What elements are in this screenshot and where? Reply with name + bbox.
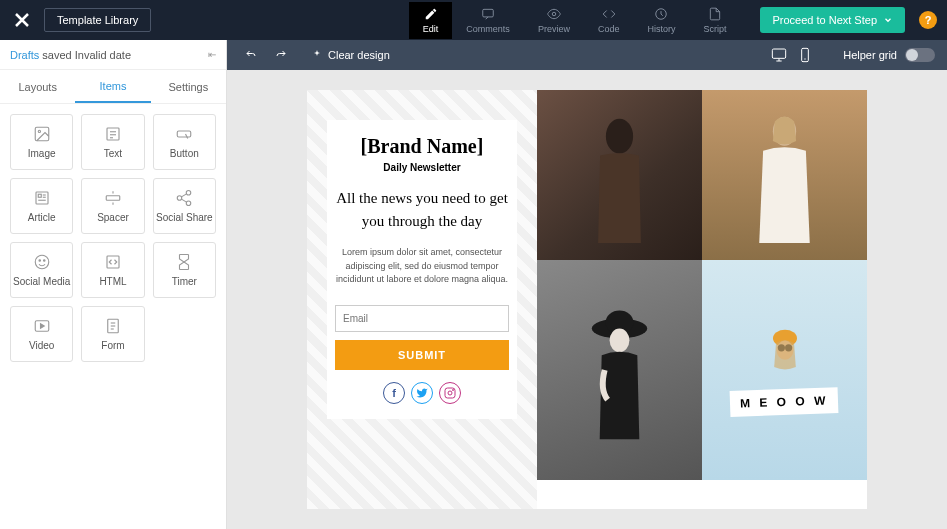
headline-text[interactable]: All the news you need to get you through…: [335, 187, 509, 232]
canvas-area: Clear design Helper grid [Brand Name] Da…: [227, 40, 947, 529]
drafts-status-bar: Drafts saved Invalid date ⇤: [0, 40, 226, 70]
svg-point-45: [610, 328, 630, 352]
share-icon: [175, 189, 193, 207]
form-icon: [104, 317, 122, 335]
undo-icon: [245, 49, 257, 61]
help-button[interactable]: ?: [919, 11, 937, 29]
desktop-icon[interactable]: [771, 47, 787, 63]
submit-button[interactable]: SUBMIT: [335, 340, 509, 370]
helper-label: Helper grid: [843, 49, 897, 61]
item-spacer[interactable]: Spacer: [81, 178, 144, 234]
svg-rect-15: [106, 196, 120, 201]
photo-4[interactable]: M E O O W: [702, 260, 867, 480]
helper-grid-control: Helper grid: [843, 48, 935, 62]
canvas[interactable]: [Brand Name] Daily Newsletter All the ne…: [227, 70, 947, 529]
tab-code[interactable]: Code: [584, 2, 634, 39]
svg-point-20: [187, 201, 192, 206]
item-text[interactable]: Text: [81, 114, 144, 170]
helper-grid-toggle[interactable]: [905, 48, 935, 62]
svg-point-25: [43, 260, 45, 262]
tab-label: History: [647, 24, 675, 34]
tab-preview[interactable]: Preview: [524, 2, 584, 39]
tab-label: Edit: [423, 24, 439, 34]
tab-script[interactable]: Script: [689, 2, 740, 39]
item-html[interactable]: HTML: [81, 242, 144, 298]
subtitle[interactable]: Daily Newsletter: [335, 162, 509, 173]
svg-rect-33: [773, 49, 786, 58]
email-template[interactable]: [Brand Name] Daily Newsletter All the ne…: [307, 90, 867, 509]
svg-point-41: [606, 119, 633, 154]
svg-rect-0: [483, 9, 494, 17]
photo-3[interactable]: [537, 260, 702, 480]
undo-button[interactable]: [239, 46, 263, 64]
svg-point-24: [39, 260, 41, 262]
photo-2[interactable]: [702, 90, 867, 260]
sidebar-tabs: Layouts Items Settings: [0, 70, 226, 104]
svg-point-23: [35, 255, 49, 269]
proceed-label: Proceed to Next Step: [772, 14, 877, 26]
canvas-toolbar: Clear design Helper grid: [227, 40, 947, 70]
photo-1[interactable]: [537, 90, 702, 260]
script-icon: [708, 7, 722, 21]
collapse-sidebar-button[interactable]: ⇤: [208, 49, 216, 60]
redo-button[interactable]: [269, 46, 293, 64]
tab-settings[interactable]: Settings: [151, 70, 226, 103]
spacer-icon: [104, 189, 122, 207]
item-label: Spacer: [97, 212, 129, 223]
svg-marker-28: [40, 324, 44, 329]
eye-icon: [547, 7, 561, 21]
item-social-media[interactable]: Social Media: [10, 242, 73, 298]
item-image[interactable]: Image: [10, 114, 73, 170]
item-label: Button: [170, 148, 199, 159]
template-library-button[interactable]: Template Library: [44, 8, 151, 32]
clear-design-button[interactable]: Clear design: [305, 46, 396, 64]
tab-items[interactable]: Items: [75, 70, 150, 103]
pencil-icon: [424, 7, 438, 21]
instagram-icon[interactable]: [439, 382, 461, 404]
tab-label: Comments: [466, 24, 510, 34]
tab-label: Preview: [538, 24, 570, 34]
mobile-icon[interactable]: [797, 47, 813, 63]
tab-comments[interactable]: Comments: [452, 2, 524, 39]
video-icon: [33, 317, 51, 335]
tab-edit[interactable]: Edit: [409, 2, 453, 39]
proceed-button[interactable]: Proceed to Next Step: [760, 7, 905, 33]
svg-line-22: [182, 194, 187, 197]
item-button[interactable]: Button: [153, 114, 216, 170]
item-label: Social Media: [13, 276, 70, 287]
item-timer[interactable]: Timer: [153, 242, 216, 298]
tab-layouts[interactable]: Layouts: [0, 70, 75, 103]
close-button[interactable]: [10, 8, 34, 32]
tab-label: Script: [703, 24, 726, 34]
item-label: Video: [29, 340, 54, 351]
item-label: Timer: [172, 276, 197, 287]
item-label: HTML: [99, 276, 126, 287]
item-form[interactable]: Form: [81, 306, 144, 362]
item-social-share[interactable]: Social Share: [153, 178, 216, 234]
svg-point-19: [178, 196, 183, 201]
body-text[interactable]: Lorem ipsum dolor sit amet, consectetur …: [335, 246, 509, 287]
tab-history[interactable]: History: [633, 2, 689, 39]
social-icons: f: [335, 382, 509, 404]
redo-icon: [275, 49, 287, 61]
item-label: Text: [104, 148, 122, 159]
sparkle-icon: [311, 49, 323, 61]
facebook-icon[interactable]: f: [383, 382, 405, 404]
top-bar: Template Library Edit Comments Preview C…: [0, 0, 947, 40]
code-icon: [602, 7, 616, 21]
social-icon: [33, 253, 51, 271]
email-right-column: M E O O W: [537, 90, 867, 509]
item-article[interactable]: Article: [10, 178, 73, 234]
email-input[interactable]: [335, 305, 509, 332]
item-video[interactable]: Video: [10, 306, 73, 362]
article-icon: [33, 189, 51, 207]
button-icon: [175, 125, 193, 143]
drafts-status: saved Invalid date: [42, 49, 131, 61]
svg-point-4: [38, 130, 40, 132]
svg-point-40: [453, 389, 454, 390]
twitter-icon[interactable]: [411, 382, 433, 404]
clear-label: Clear design: [328, 49, 390, 61]
brand-heading[interactable]: [Brand Name]: [335, 135, 509, 158]
comment-icon: [481, 7, 495, 21]
timer-icon: [175, 253, 193, 271]
